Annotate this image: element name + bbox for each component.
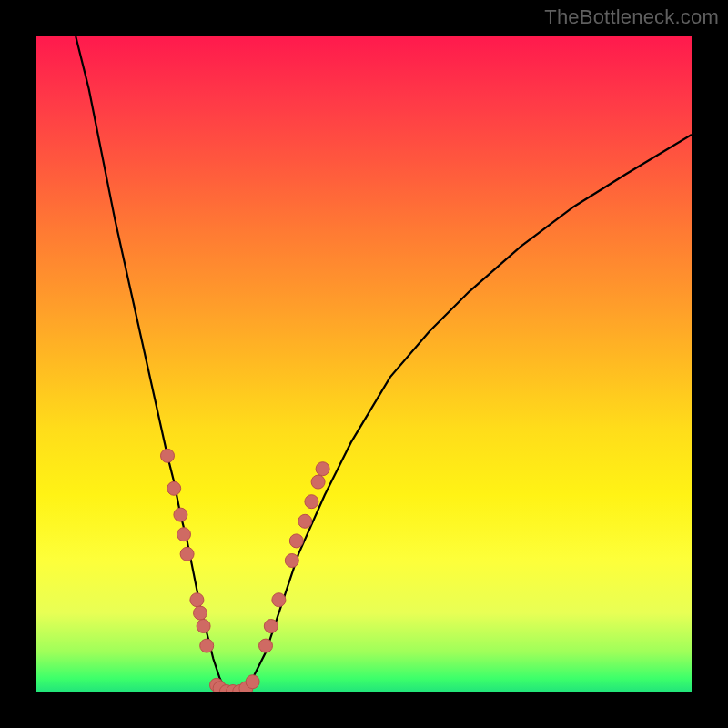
data-marker xyxy=(174,508,187,521)
data-marker xyxy=(246,675,259,689)
data-marker xyxy=(161,449,175,462)
data-marker xyxy=(200,639,214,652)
data-marker xyxy=(285,554,298,568)
data-marker xyxy=(259,639,273,652)
data-marker xyxy=(197,620,210,633)
data-marker xyxy=(194,606,207,620)
chart-frame: TheBottleneck.com xyxy=(0,0,728,728)
bottleneck-curve xyxy=(76,36,692,692)
data-marker xyxy=(316,462,329,476)
data-marker xyxy=(305,495,318,509)
data-marker xyxy=(167,481,181,495)
data-markers xyxy=(161,449,330,692)
data-marker xyxy=(298,514,312,528)
plot-area xyxy=(36,36,692,692)
data-marker xyxy=(311,475,325,489)
data-marker xyxy=(177,528,191,541)
data-marker xyxy=(264,620,278,633)
data-marker xyxy=(190,593,204,607)
data-marker xyxy=(272,593,286,607)
chart-svg xyxy=(36,36,692,692)
data-marker xyxy=(289,534,303,548)
data-marker xyxy=(180,547,194,561)
attribution-watermark: TheBottleneck.com xyxy=(544,5,719,29)
